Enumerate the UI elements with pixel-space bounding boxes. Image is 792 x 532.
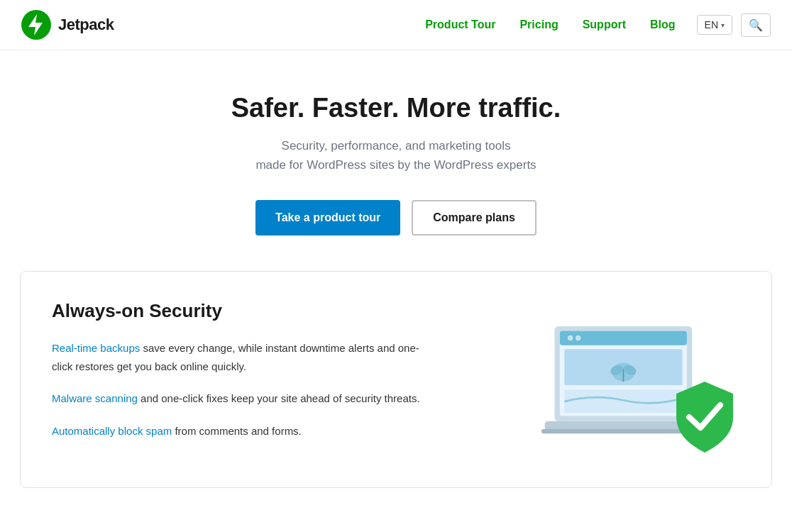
- security-paragraph-3: Automatically block spam from comments a…: [52, 422, 421, 440]
- security-illustration: [527, 300, 740, 456]
- hero-buttons: Take a product tour Compare plans: [14, 200, 778, 235]
- nav-support[interactable]: Support: [573, 14, 636, 35]
- header: Jetpack Product Tour Pricing Support Blo…: [0, 0, 792, 50]
- realtime-backups-link[interactable]: Real-time backups: [52, 342, 140, 354]
- logo-text: Jetpack: [58, 16, 114, 34]
- nav-pricing[interactable]: Pricing: [510, 14, 568, 35]
- language-selector[interactable]: EN ▾: [697, 15, 732, 35]
- jetpack-logo-icon: [21, 10, 51, 40]
- security-card: Always-on Security Real-time backups sav…: [20, 271, 772, 488]
- security-shield-icon: [669, 378, 740, 456]
- nav-blog[interactable]: Blog: [640, 14, 686, 35]
- security-title: Always-on Security: [52, 300, 421, 322]
- search-button[interactable]: 🔍: [741, 13, 771, 37]
- svg-point-6: [576, 336, 581, 340]
- security-paragraph-2: Malware scanning and one-click fixes kee…: [52, 389, 421, 408]
- malware-scanning-link[interactable]: Malware scanning: [52, 392, 138, 404]
- svg-point-5: [568, 336, 573, 340]
- take-product-tour-button[interactable]: Take a product tour: [255, 200, 400, 235]
- search-icon: 🔍: [749, 19, 763, 31]
- chevron-down-icon: ▾: [721, 21, 725, 29]
- block-spam-link[interactable]: Automatically block spam: [52, 425, 172, 437]
- logo-area: Jetpack: [21, 10, 114, 40]
- hero-section: Safer. Faster. More traffic. Security, p…: [0, 50, 792, 271]
- compare-plans-button[interactable]: Compare plans: [412, 200, 537, 235]
- hero-title: Safer. Faster. More traffic.: [14, 93, 778, 123]
- security-content: Always-on Security Real-time backups sav…: [52, 300, 421, 454]
- security-paragraph-1: Real-time backups save every change, whi…: [52, 339, 421, 375]
- lang-label: EN: [705, 19, 718, 31]
- main-nav: Product Tour Pricing Support Blog EN ▾ 🔍: [415, 13, 771, 37]
- nav-product-tour[interactable]: Product Tour: [415, 14, 505, 35]
- hero-subtitle: Security, performance, and marketing too…: [14, 136, 778, 174]
